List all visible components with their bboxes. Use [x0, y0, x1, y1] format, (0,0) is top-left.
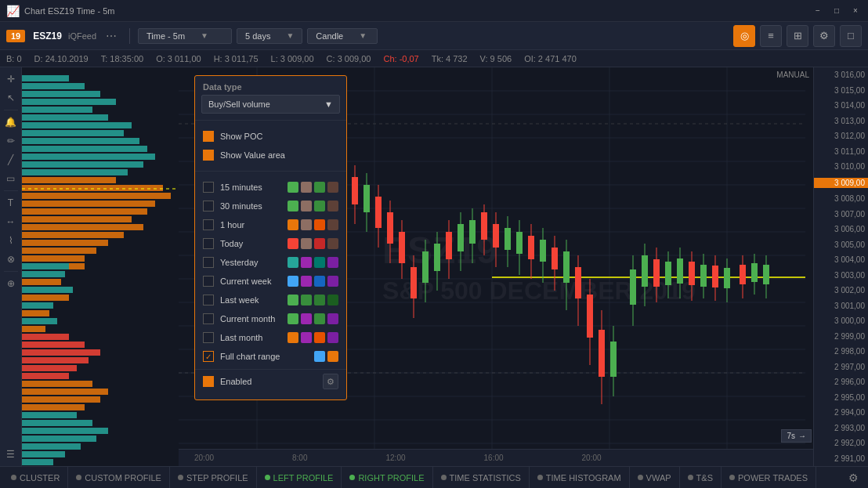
dp-lm-c2[interactable]: [301, 332, 312, 343]
dp-1hour-c2[interactable]: [301, 219, 312, 230]
dp-yesterday-c1[interactable]: [288, 257, 298, 268]
draw-btn[interactable]: ✏: [2, 132, 20, 150]
measure-btn[interactable]: ↔: [2, 213, 20, 230]
compare-btn[interactable]: ⊞: [787, 25, 808, 47]
dp-15min-checkbox[interactable]: [203, 182, 214, 193]
chart-area[interactable]: ESZ19 S&P 500 DECEMBER 2019 MANUAL: [22, 67, 868, 466]
dp-today-c3[interactable]: [314, 238, 325, 249]
status-item-power-trades[interactable]: POWER TRADES: [722, 467, 816, 488]
watchlist-btn[interactable]: ◎: [733, 25, 755, 47]
dp-cm-c3[interactable]: [314, 313, 325, 324]
dp-cw-c4[interactable]: [327, 276, 338, 287]
dp-row-current-month[interactable]: Current month: [195, 309, 346, 328]
statusbar-gear[interactable]: ⚙: [842, 472, 865, 484]
dp-row-current-week[interactable]: Current week: [195, 272, 346, 291]
dp-yesterday-checkbox[interactable]: [203, 257, 214, 268]
status-item-left-profile[interactable]: LEFT PROFILE: [257, 467, 342, 488]
crosshair-btn[interactable]: ✛: [2, 70, 20, 88]
dp-15min-c3[interactable]: [314, 182, 325, 193]
dp-select[interactable]: Buy/Sell volume ▼: [201, 95, 340, 114]
dp-lm-c3[interactable]: [314, 332, 325, 343]
dp-value-area-checkbox[interactable]: [203, 150, 214, 161]
dp-30min-c1[interactable]: [288, 201, 298, 211]
dp-lm-c1[interactable]: [288, 332, 298, 343]
range-dropdown[interactable]: 5 days ▼: [237, 28, 302, 44]
magnet-btn[interactable]: ⊗: [2, 251, 20, 268]
dp-15min-c2[interactable]: [301, 182, 312, 193]
dp-full-range-checkbox[interactable]: ✓: [203, 351, 214, 362]
chart-type-dropdown[interactable]: Candle ▼: [307, 28, 378, 44]
dp-1hour-checkbox[interactable]: [203, 219, 214, 230]
dp-yesterday-c4[interactable]: [327, 257, 338, 268]
dp-last-month-checkbox[interactable]: [203, 332, 214, 343]
dp-cm-c1[interactable]: [288, 313, 298, 324]
dp-fr-c1[interactable]: [314, 351, 325, 362]
scroll-indicator[interactable]: 7s →: [781, 429, 812, 443]
layout-btn[interactable]: □: [840, 25, 862, 47]
status-item-step-profile[interactable]: STEP PROFILE: [170, 467, 257, 488]
settings-btn[interactable]: ≡: [760, 25, 782, 47]
dp-row-full-range[interactable]: ✓ Full chart range: [195, 347, 346, 366]
dp-last-week-checkbox[interactable]: [203, 295, 214, 305]
dp-30min-c3[interactable]: [314, 201, 325, 211]
dp-30min-c2[interactable]: [301, 201, 312, 211]
dp-enabled-checkbox[interactable]: [203, 376, 214, 387]
status-item-right-profile[interactable]: RIGHT PROFILE: [342, 467, 432, 488]
dp-lm-c4[interactable]: [327, 332, 338, 343]
dp-lw-c3[interactable]: [314, 295, 325, 305]
dp-row-15min[interactable]: 15 minutes: [195, 178, 346, 197]
status-item-custom-profile[interactable]: CUSTOM PROFILE: [68, 467, 170, 488]
dp-15min-c4[interactable]: [327, 182, 338, 193]
maximize-btn[interactable]: □: [830, 5, 843, 17]
dp-today-c4[interactable]: [327, 238, 338, 249]
config-btn[interactable]: ⚙: [813, 25, 835, 47]
timeframe-dropdown[interactable]: Time - 5m ▼: [138, 28, 232, 44]
cursor-btn[interactable]: ↖: [2, 89, 20, 107]
dp-gear-btn[interactable]: ⚙: [323, 374, 338, 389]
dp-1hour-c1[interactable]: [288, 219, 298, 230]
dp-today-c1[interactable]: [288, 238, 298, 249]
dp-row-yesterday[interactable]: Yesterday: [195, 253, 346, 272]
dp-cw-c2[interactable]: [301, 276, 312, 287]
dp-cw-c1[interactable]: [288, 276, 298, 287]
dp-row-last-week[interactable]: Last week: [195, 291, 346, 309]
dp-yesterday-c3[interactable]: [314, 257, 325, 268]
status-item-vwap[interactable]: VWAP: [630, 467, 680, 488]
close-btn[interactable]: ×: [849, 5, 862, 17]
bell-btn[interactable]: 🔔: [2, 114, 20, 131]
dp-fr-c2[interactable]: [327, 351, 338, 362]
dp-show-poc-row[interactable]: Show POC: [195, 127, 346, 146]
toolbar-menu-icon[interactable]: ⋯: [101, 28, 121, 44]
dp-poc-checkbox[interactable]: [203, 131, 214, 142]
dp-cm-c4[interactable]: [327, 313, 338, 324]
dp-cw-c3[interactable]: [314, 276, 325, 287]
dp-15min-c1[interactable]: [288, 182, 298, 193]
status-item-time-statistics[interactable]: TIME STATISTICS: [433, 467, 530, 488]
dp-yesterday-c2[interactable]: [301, 257, 312, 268]
dp-row-today[interactable]: Today: [195, 234, 346, 253]
dp-1hour-c4[interactable]: [327, 219, 338, 230]
dp-today-checkbox[interactable]: [203, 238, 214, 249]
fib-btn[interactable]: ⌇: [2, 232, 20, 249]
dp-today-c2[interactable]: [301, 238, 312, 249]
dp-lw-c2[interactable]: [301, 295, 312, 305]
dp-30min-checkbox[interactable]: [203, 201, 214, 211]
dp-row-30min[interactable]: 30 minutes: [195, 197, 346, 215]
list-btn[interactable]: ☰: [2, 446, 20, 463]
dp-cm-c2[interactable]: [301, 313, 312, 324]
status-item-cluster[interactable]: CLUSTER: [3, 467, 68, 488]
zoom-btn[interactable]: ⊕: [2, 275, 20, 292]
text-btn[interactable]: T: [2, 194, 20, 211]
dp-lw-c1[interactable]: [288, 295, 298, 305]
dp-row-last-month[interactable]: Last month: [195, 328, 346, 347]
dp-row-1hour[interactable]: 1 hour: [195, 215, 346, 234]
status-item-time-histogram[interactable]: TIME HISTOGRAM: [530, 467, 630, 488]
dp-current-week-checkbox[interactable]: [203, 276, 214, 287]
dp-1hour-c3[interactable]: [314, 219, 325, 230]
dp-30min-c4[interactable]: [327, 201, 338, 211]
dp-lw-c4[interactable]: [327, 295, 338, 305]
status-item-ts[interactable]: T&S: [680, 467, 722, 488]
dp-show-value-area-row[interactable]: Show Value area: [195, 146, 346, 164]
minimize-btn[interactable]: −: [812, 5, 824, 17]
dp-current-month-checkbox[interactable]: [203, 313, 214, 324]
